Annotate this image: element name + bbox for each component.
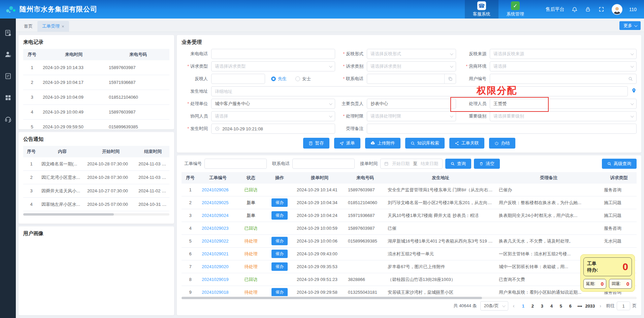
- clear-button[interactable]: 清空: [474, 159, 500, 169]
- fullscreen-icon[interactable]: [598, 6, 605, 13]
- order-row[interactable]: 6 20241029021 待处理 催办 2024-10-29 09:43:00…: [182, 248, 637, 260]
- order-no-link[interactable]: 20241029021: [202, 251, 229, 256]
- user-no-input[interactable]: [490, 74, 637, 84]
- search-button[interactable]: 查询: [445, 159, 471, 169]
- gender-female-radio[interactable]: 女士: [295, 76, 311, 82]
- call-record-row[interactable]: 1 2024-10-29 10:14:33 15897603987: [23, 60, 169, 75]
- upload-attachment-button[interactable]: 上传附件: [365, 138, 400, 149]
- user-no-field[interactable]: [493, 76, 628, 82]
- gender-male-radio[interactable]: 先生: [271, 76, 287, 82]
- address-input[interactable]: [211, 86, 628, 96]
- remark-input[interactable]: [367, 124, 637, 134]
- order-no-link[interactable]: 20241029025: [202, 200, 229, 205]
- close-icon[interactable]: ×: [62, 24, 64, 29]
- occur-time-picker[interactable]: 2024-10-29 10:21:08: [211, 124, 335, 134]
- reflect-source-select[interactable]: 请选择反映来源: [490, 49, 637, 59]
- finish-button[interactable]: 办结: [489, 138, 515, 149]
- order-no-input[interactable]: [204, 159, 267, 169]
- dispatch-button[interactable]: 派单: [334, 138, 360, 149]
- order-no-link[interactable]: 20241029026: [202, 187, 229, 192]
- headset-icon[interactable]: [4, 116, 12, 123]
- location-pin-icon[interactable]: [631, 88, 637, 95]
- header-app-item[interactable]: ✓ 系统管理: [498, 0, 532, 19]
- contact-phone-field[interactable]: [371, 76, 444, 82]
- handle-unit-select[interactable]: 城中客户服务中心: [211, 99, 335, 109]
- order-no-link[interactable]: 20241029020: [202, 264, 229, 269]
- appeal-type-select[interactable]: 请选择诉求类型: [211, 61, 335, 71]
- announcement-row[interactable]: 1 因文峰名居一期(... 2024-10-28 07:30:00 2024-1…: [23, 157, 169, 171]
- save-draft-button[interactable]: 暂存: [303, 138, 329, 149]
- call-record-row[interactable]: 4 2024-10-29 10:00:49 15897603987: [23, 105, 169, 120]
- page-number[interactable]: 4: [547, 301, 555, 310]
- urge-button[interactable]: 催办: [271, 262, 288, 271]
- page-number[interactable]: 5: [557, 301, 565, 310]
- copy-icon[interactable]: [444, 74, 456, 84]
- more-button[interactable]: 更多: [619, 21, 641, 30]
- call-record-row[interactable]: 3 2024-10-29 10:04:09 018512104060: [23, 90, 169, 105]
- appeal-category-select[interactable]: 请选择诉求类别: [367, 61, 456, 71]
- search-icon[interactable]: [628, 76, 633, 81]
- lock-icon[interactable]: [585, 6, 591, 13]
- order-no-link[interactable]: 20241029024: [202, 213, 229, 218]
- order-no-link[interactable]: 20241029019: [202, 277, 229, 282]
- page-size-select[interactable]: 20条/页: [480, 301, 508, 311]
- importance-select[interactable]: 请选择重要级别: [490, 111, 637, 121]
- tab-home[interactable]: 首页: [19, 21, 37, 32]
- time-limit-select[interactable]: 请选择处理时限: [367, 111, 456, 121]
- order-row[interactable]: 4 20241029023 已回访 2024-10-29 10:00:59 15…: [182, 222, 637, 235]
- reporter-field[interactable]: [215, 76, 261, 82]
- urge-button[interactable]: 催办: [271, 250, 288, 258]
- todo-widget[interactable]: 工单 待办: 0 延期: 0 回退: 0: [580, 254, 635, 292]
- reflect-form-select[interactable]: 请选择反映形式: [367, 49, 456, 59]
- order-no-link[interactable]: 20241029022: [202, 238, 229, 244]
- order-no-link[interactable]: 20241029018: [202, 290, 229, 295]
- user-star-icon[interactable]: [4, 51, 12, 58]
- order-link-button[interactable]: 工单关联: [449, 138, 484, 149]
- page-number[interactable]: 2: [528, 301, 537, 310]
- remark-field[interactable]: [371, 126, 633, 131]
- page-number[interactable]: •••: [576, 301, 584, 310]
- form-icon[interactable]: [4, 72, 12, 80]
- goto-page-input[interactable]: [617, 301, 630, 310]
- order-row[interactable]: 7 20241029020 待处理 催办 2024-10-29 09:35:53…: [182, 260, 637, 273]
- records-settings-icon[interactable]: [4, 29, 12, 37]
- tab-order-accept[interactable]: 工单受理 ×: [37, 21, 69, 32]
- reporter-input[interactable]: [211, 74, 265, 84]
- scrollbar-thumb[interactable]: [182, 297, 482, 299]
- start-date-placeholder[interactable]: 开始日期: [391, 161, 410, 167]
- order-no-field[interactable]: [208, 161, 263, 166]
- call-record-row[interactable]: 5 2024-10-29 09:59:50 015899639385: [23, 120, 169, 129]
- prev-page-arrow[interactable]: ‹: [512, 303, 516, 309]
- page-number[interactable]: 6: [566, 301, 574, 310]
- order-row[interactable]: 5 20241029022 待处理 催办 2024-10-29 10:00:06…: [182, 235, 637, 248]
- order-row[interactable]: 8 20241029019 已回访 2024-10-29 09:51:23 38…: [182, 273, 637, 286]
- accept-time-range-picker[interactable]: 开始日期 至 结束日期: [380, 159, 443, 169]
- end-date-placeholder[interactable]: 结束日期: [420, 161, 439, 167]
- page-number[interactable]: 3: [538, 301, 546, 310]
- bell-icon[interactable]: [571, 6, 578, 13]
- page-number[interactable]: 1: [519, 301, 527, 310]
- address-field[interactable]: [215, 89, 624, 94]
- handler-select[interactable]: 王赟赟: [490, 99, 637, 109]
- grid-icon[interactable]: [4, 94, 12, 101]
- knowledge-search-button[interactable]: 知识库检索: [405, 138, 445, 149]
- advanced-search-button[interactable]: 高级查询: [602, 159, 637, 169]
- user-avatar[interactable]: [612, 4, 622, 15]
- order-row[interactable]: 9 20241029018 待处理 催办 2024-10-29 09:29:58…: [182, 286, 637, 296]
- announcement-row[interactable]: 3 因舜井大道天风小... 2024-10-27 07:30:00 2024-1…: [23, 184, 169, 198]
- urge-button[interactable]: 催办: [271, 211, 288, 220]
- urge-button[interactable]: 催办: [271, 288, 288, 296]
- call-phone-field[interactable]: [215, 52, 331, 57]
- urge-button[interactable]: 催办: [271, 237, 288, 245]
- page-number[interactable]: 2033: [585, 301, 595, 310]
- order-row[interactable]: 2 20241029025 新单 催办 2024-10-29 10:04:34 …: [182, 196, 637, 209]
- order-no-link[interactable]: 20241029023: [202, 226, 229, 231]
- business-env-select[interactable]: 请选择: [490, 61, 637, 71]
- call-record-row[interactable]: 2 2024-10-29 10:04:17 15971936687: [23, 75, 169, 90]
- filter-phone-field[interactable]: [296, 161, 351, 166]
- contact-phone-input[interactable]: [367, 74, 456, 84]
- order-row[interactable]: 1 20241029026 已回访 2024-10-29 10:14:41 15…: [182, 184, 637, 196]
- filter-phone-input[interactable]: [292, 159, 355, 169]
- scrollbar-thumb[interactable]: [23, 213, 114, 216]
- next-page-arrow[interactable]: ›: [598, 303, 603, 309]
